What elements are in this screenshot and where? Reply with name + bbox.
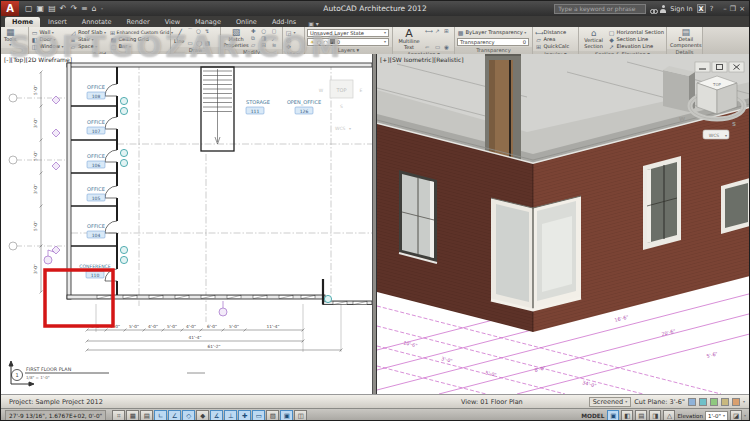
rectangle-icon[interactable]: ▭ bbox=[187, 40, 194, 46]
sign-in-link[interactable]: Sign In bbox=[670, 5, 692, 13]
tab-view[interactable]: View bbox=[158, 17, 187, 27]
transparency-panel-label[interactable]: Transparency bbox=[455, 47, 532, 54]
grid-toggle[interactable]: ▤ bbox=[140, 410, 153, 421]
erase-icon[interactable]: ▱ bbox=[251, 42, 259, 48]
tab-manage[interactable]: Manage bbox=[188, 17, 228, 27]
exchange-apps-icon[interactable]: X bbox=[697, 4, 706, 13]
autocad-logo-icon[interactable]: A bbox=[1, 1, 19, 16]
fillet-icon[interactable]: ◞ bbox=[272, 35, 280, 42]
camera-icon[interactable]: ◎ bbox=[285, 36, 292, 43]
osnap-toggle[interactable]: ◇ bbox=[182, 410, 195, 421]
statusbar-menu-icon[interactable]: ▾ bbox=[744, 413, 746, 418]
drawing-close-button[interactable] bbox=[729, 62, 744, 72]
pline-icon[interactable]: ↯ bbox=[205, 28, 212, 35]
offset-icon[interactable]: ≋ bbox=[272, 42, 280, 48]
viewport-3d-iso[interactable]: 10'-6" 3'-0" 5'-0" 8'-0" 16'-6" 20'-6" 5… bbox=[376, 54, 750, 394]
circle-icon[interactable]: ○ bbox=[196, 28, 203, 35]
line-button[interactable]: ╱ Line bbox=[173, 28, 185, 46]
redo-icon[interactable]: ↷ bbox=[70, 4, 77, 13]
mirror-icon[interactable]: ◨ bbox=[261, 35, 269, 42]
annotation-scale-icon[interactable]: △ bbox=[663, 410, 675, 421]
model-space-label[interactable]: MODEL bbox=[581, 413, 604, 419]
ribbon-state-icon[interactable]: ▣ ▾ bbox=[308, 20, 319, 27]
model-tab-icon[interactable]: ▣ bbox=[607, 410, 619, 421]
bar-button[interactable]: ▢Bar▾ bbox=[110, 43, 168, 50]
polar-toggle[interactable]: ∠ bbox=[168, 410, 181, 421]
detail-components-button[interactable]: ▤ Detail Components bbox=[669, 28, 703, 48]
ortho-toggle[interactable]: ∟ bbox=[154, 410, 167, 421]
array-icon[interactable]: ⊞ bbox=[261, 42, 269, 48]
dimension-icon[interactable]: ⟷ bbox=[425, 28, 433, 34]
tab-addins[interactable]: Add-Ins bbox=[265, 17, 303, 27]
search-input[interactable]: Type a keyword or phrase bbox=[554, 4, 646, 14]
restore-button[interactable]: ❒ bbox=[730, 5, 736, 13]
elevation-line-button[interactable]: ➚Elevation Line bbox=[608, 43, 664, 50]
roof-slab-button[interactable]: ◿Roof Slab▾ bbox=[70, 29, 108, 36]
quickproperties-toggle[interactable]: ▣ bbox=[280, 410, 293, 421]
space-button[interactable]: ▱Space▾ bbox=[70, 43, 108, 50]
coordinates-readout[interactable]: 27'-9 13/16", 1.6767E+02, 0'-0" bbox=[5, 410, 106, 421]
viewport-controls-right[interactable]: [+][SW Isometric][Realistic] bbox=[380, 56, 464, 63]
layer-lock-icon[interactable]: ◠ bbox=[323, 39, 328, 45]
viewport-controls-left[interactable]: [-][Top][2D Wireframe] bbox=[4, 56, 72, 64]
wall-button[interactable]: ▭Wall▾ bbox=[31, 29, 68, 36]
transparency-toggle[interactable]: ▨ bbox=[266, 410, 279, 421]
workspace-icon[interactable]: ⌂ bbox=[92, 4, 97, 13]
ellipse-icon[interactable]: ◯ bbox=[196, 40, 203, 46]
text-style-icon[interactable]: ▭ bbox=[435, 44, 442, 50]
layer-on-icon[interactable]: ☀ bbox=[310, 39, 315, 45]
draw-panel-label[interactable]: Draw bbox=[171, 47, 220, 54]
save-icon[interactable]: ▤ bbox=[48, 4, 56, 13]
enhanced-custom-grid-button[interactable]: ⊞Enhanced Custom Grid▾ bbox=[110, 29, 168, 36]
lwt-toggle[interactable]: ▭ bbox=[252, 410, 265, 421]
multiline-text-button[interactable]: A Multiline Text bbox=[395, 28, 423, 50]
layer-freeze-icon[interactable]: ○ bbox=[317, 39, 322, 45]
qat-dropdown-icon[interactable]: ▾ bbox=[101, 6, 103, 11]
layers-panel-label[interactable]: Layers ▾ bbox=[305, 47, 392, 54]
open-icon[interactable]: ▣ bbox=[37, 4, 45, 13]
stair-button[interactable]: ≡Stair▾ bbox=[70, 36, 108, 43]
viewport-2d-plan[interactable]: OFFICE OFFICE OFFICE OFFICE OFFICE CONFE… bbox=[1, 54, 373, 394]
status-overflow-icon[interactable]: ▾ bbox=[743, 399, 745, 404]
help-icon[interactable]: ? bbox=[710, 5, 714, 13]
arc-icon[interactable]: ⌒ bbox=[187, 28, 194, 35]
tab-insert[interactable]: Insert bbox=[41, 17, 74, 27]
rotate-icon[interactable]: ○ bbox=[261, 28, 269, 34]
trim-icon[interactable]: ◻ bbox=[272, 28, 280, 34]
elevation-value-field[interactable]: 1'-0"▾ bbox=[705, 411, 728, 421]
tab-online[interactable]: Online bbox=[229, 17, 264, 27]
window-button[interactable]: ◫Window▾ bbox=[31, 43, 68, 50]
drawing-restore-button[interactable] bbox=[712, 62, 727, 72]
infer-toggle[interactable]: ⌗ bbox=[112, 410, 125, 421]
drawing-minimize-button[interactable] bbox=[695, 62, 710, 72]
display-configuration-dropdown[interactable]: Screened▾ bbox=[589, 397, 632, 407]
selectioncycling-toggle[interactable]: ◫ bbox=[294, 410, 307, 421]
match-properties-button[interactable]: ▧ Match Properties bbox=[223, 28, 249, 48]
ducs-toggle[interactable]: ⊥ bbox=[224, 410, 237, 421]
door-button[interactable]: ◧Door▾ bbox=[31, 36, 68, 43]
dim-style-icon[interactable]: ⌐ bbox=[425, 44, 433, 50]
quickview-drawings-icon[interactable]: ▤ bbox=[635, 410, 647, 421]
distance-button[interactable]: ⟷Distance bbox=[535, 29, 569, 36]
aec-project-icon[interactable] bbox=[721, 398, 729, 406]
minimize-button[interactable]: – bbox=[723, 5, 727, 13]
surface-hatch-toggle-icon[interactable] bbox=[688, 398, 696, 406]
tab-home[interactable]: Home bbox=[5, 17, 40, 27]
bylayer-transparency-button[interactable]: ▩ ByLayer Transparency▾ bbox=[457, 29, 529, 36]
new-icon[interactable]: ▢ bbox=[25, 4, 33, 13]
tools-button[interactable]: ▦ Tools ▾ bbox=[3, 28, 17, 47]
quickcalc-button[interactable]: ⊞QuickCalc bbox=[535, 43, 569, 50]
area-button[interactable]: ▱Area bbox=[535, 36, 569, 43]
section-line-button[interactable]: ◆Section Line bbox=[608, 36, 664, 43]
undo-icon[interactable]: ↶ bbox=[60, 4, 67, 13]
view-tool-icon[interactable]: ◲ bbox=[285, 29, 292, 36]
leader-icon[interactable]: ↗ bbox=[435, 28, 442, 34]
cleanscreen-icon[interactable]: ◪ bbox=[730, 410, 742, 421]
copy-icon[interactable]: ⧉ bbox=[251, 35, 259, 42]
layer-dropdown[interactable]: ☀ ○ ◠ 0 ▾ bbox=[307, 38, 389, 46]
horizontal-section-button[interactable]: ▢Horizontal Section bbox=[608, 29, 664, 36]
layer-state-dropdown[interactable]: Unsaved Layer State▾ bbox=[307, 29, 389, 37]
mark-icon[interactable]: ◉ bbox=[444, 44, 451, 50]
cut-plane-value[interactable]: Cut Plane: 3'-6" bbox=[634, 398, 685, 406]
table-icon[interactable]: ⊞ bbox=[444, 28, 451, 34]
